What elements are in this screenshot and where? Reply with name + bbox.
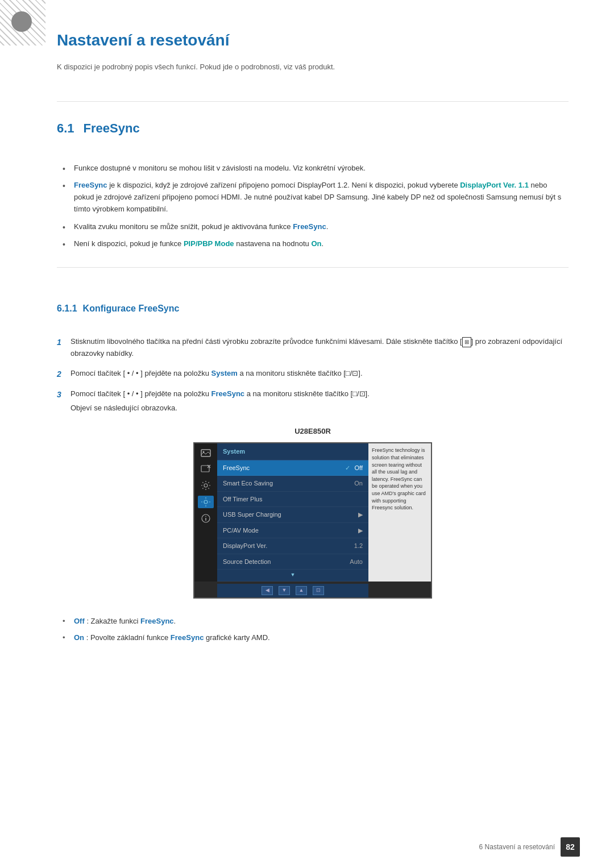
chapter-icon — [11, 11, 32, 32]
section-number: 6.1 — [57, 119, 74, 138]
menu-item-source: Source Detection Auto — [217, 554, 368, 570]
monitor-icon-3 — [199, 480, 213, 491]
bullet-2: FreeSync je k dispozici, když je zdrojov… — [63, 180, 569, 215]
menu-item-scroll: ▼ — [217, 570, 368, 582]
menu-item-pcav: PC/AV Mode ▶ — [217, 523, 368, 539]
monitor-display: System FreeSync ✓ Off Smart Eco Saving O… — [193, 442, 432, 599]
nav-btn-right: ⊡ — [313, 586, 324, 595]
subsection-number: 6.1.1 — [57, 302, 77, 315]
result-on: On : Povolte základní funkce FreeSync gr… — [63, 632, 569, 644]
monitor-icon-4 — [198, 496, 214, 508]
nav-btn-up: ▲ — [296, 586, 307, 595]
svg-point-5 — [204, 484, 208, 487]
nav-btn-down: ▼ — [279, 586, 290, 595]
monitor-menu: System FreeSync ✓ Off Smart Eco Saving O… — [217, 443, 368, 582]
step-1: 1 Stisknutím libovolného tlačítka na pře… — [57, 336, 569, 360]
section-heading: FreeSync — [84, 119, 140, 138]
monitor-model-label: U28E850R — [294, 426, 331, 437]
svg-point-9 — [205, 516, 206, 517]
menu-header: System — [217, 443, 368, 460]
bullet-4: Není k dispozici, pokud je funkce PIP/PB… — [63, 238, 569, 250]
monitor-icon-2 — [199, 464, 213, 475]
menu-item-eco: Smart Eco Saving On — [217, 476, 368, 492]
menu-item-displayport: DisplayPort Ver. 1.2 — [217, 538, 368, 554]
footer-text: 6 Nastavení a resetování — [479, 842, 555, 852]
svg-rect-2 — [201, 466, 209, 472]
divider — [57, 101, 569, 102]
bullet-3: Kvalita zvuku monitoru se může snížit, p… — [63, 221, 569, 233]
monitor-screenshot: U28E850R — [57, 426, 569, 599]
result-off: Off : Zakažte funkci FreeSync. — [63, 616, 569, 628]
svg-point-6 — [204, 500, 208, 504]
monitor-nav-bar: ◀ ▼ ▲ ⊡ — [217, 584, 368, 597]
monitor-icon-5 — [199, 513, 213, 524]
intro-bullets: Funkce dostupné v monitoru se mohou liši… — [57, 163, 569, 251]
menu-item-timer: Off Timer Plus — [217, 492, 368, 508]
bullet-1: Funkce dostupné v monitoru se mohou liši… — [63, 163, 569, 175]
nav-btn-left: ◀ — [262, 586, 273, 595]
menu-item-usb: USB Super Charging ▶ — [217, 507, 368, 523]
divider-2 — [57, 267, 569, 268]
monitor-tooltip: FreeSync technology is solution that eli… — [368, 443, 431, 582]
page-title: Nastavení a resetování — [57, 28, 569, 52]
result-bullets: Off : Zakažte funkci FreeSync. On : Povo… — [57, 616, 569, 644]
page-number-badge: 82 — [561, 837, 580, 857]
monitor-icon-1 — [199, 448, 213, 459]
subsection-heading: Konfigurace FreeSync — [83, 302, 180, 315]
step-3: 3 Pomocí tlačítek [ • / • ] přejděte na … — [57, 388, 569, 414]
menu-item-freesync: FreeSync ✓ Off — [217, 460, 368, 476]
page-subtitle: K dispozici je podrobný popis všech funk… — [57, 61, 569, 73]
page-footer: 6 Nastavení a resetování 82 — [479, 837, 580, 857]
steps-list: 1 Stisknutím libovolného tlačítka na pře… — [57, 336, 569, 414]
monitor-sidebar — [194, 443, 217, 582]
step-2: 2 Pomocí tlačítek [ • / • ] přejděte na … — [57, 368, 569, 380]
